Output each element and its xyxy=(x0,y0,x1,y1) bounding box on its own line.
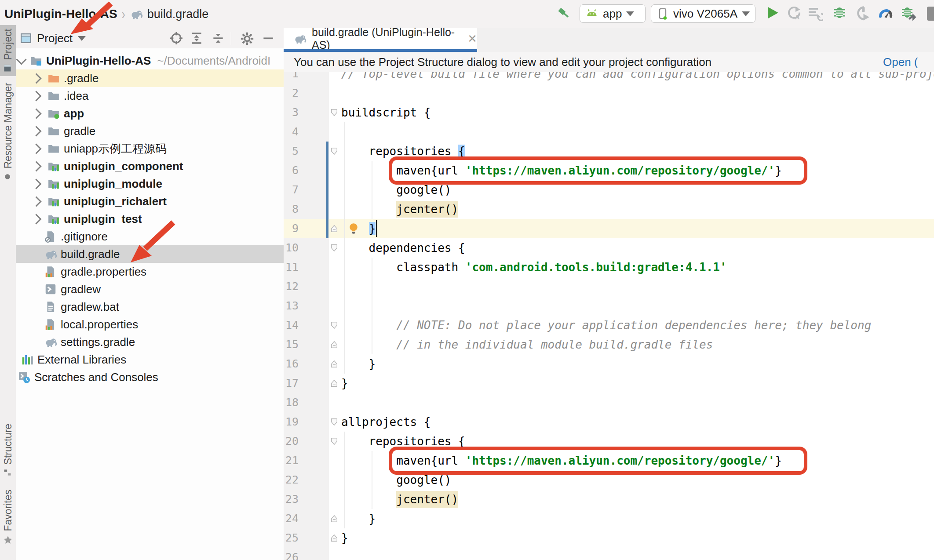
tree-row-app[interactable]: app xyxy=(16,105,284,122)
line-number[interactable]: 19 xyxy=(284,412,299,432)
fold-up-icon[interactable] xyxy=(329,374,339,393)
line-number[interactable]: 6 xyxy=(284,161,299,180)
tree-row-uniplugin_richalert[interactable]: uniplugin_richalert xyxy=(16,193,284,210)
line-number[interactable]: 16 xyxy=(284,354,299,374)
tree-row-.gradle[interactable]: .gradle xyxy=(16,69,284,87)
chevron-collapsed-icon[interactable] xyxy=(31,196,41,207)
chevron-collapsed-icon[interactable] xyxy=(31,126,41,136)
fold-up-icon[interactable] xyxy=(329,528,339,548)
apply-changes-icon[interactable]: A xyxy=(786,5,802,21)
line-number[interactable]: 20 xyxy=(284,432,299,451)
tree-row-uniapp_[interactable]: uniapp示例工程源码 xyxy=(16,140,284,157)
line-number[interactable]: 10 xyxy=(284,238,299,258)
settings-gear-icon[interactable] xyxy=(240,31,254,45)
tree-row-External_Libraries[interactable]: External Libraries xyxy=(16,351,284,368)
fold-down-icon[interactable] xyxy=(329,238,339,258)
line-number[interactable]: 14 xyxy=(284,316,299,335)
device-selector[interactable]: vivo V2065A xyxy=(651,4,755,23)
tree-row-build.gradle[interactable]: build.gradle xyxy=(16,245,284,263)
hide-panel-icon[interactable] xyxy=(261,31,275,45)
line-number[interactable]: 18 xyxy=(284,393,299,412)
fold-down-icon[interactable] xyxy=(329,316,339,335)
fold-down-icon[interactable] xyxy=(329,142,339,161)
tree-row-uniplugin_module[interactable]: uniplugin_module xyxy=(16,175,284,193)
line-number[interactable]: 5 xyxy=(284,142,299,161)
code-line-23: jcenter() xyxy=(341,490,458,509)
folder-icon xyxy=(47,142,60,155)
tree-row-uniplugin_test[interactable]: uniplugin_test xyxy=(16,210,284,228)
line-number[interactable]: 21 xyxy=(284,451,299,470)
stripe-item-favorites[interactable]: Favorites xyxy=(0,486,16,556)
fold-down-icon[interactable] xyxy=(329,432,339,451)
line-number[interactable]: 1 xyxy=(284,72,299,84)
tree-row-Scratches_and_Consoles[interactable]: Scratches and Consoles xyxy=(16,368,284,386)
attach-debugger-icon[interactable] xyxy=(855,5,871,21)
line-number[interactable]: 12 xyxy=(284,277,299,296)
profile-icon[interactable] xyxy=(878,5,894,21)
code-token: { xyxy=(458,145,465,158)
locate-icon[interactable] xyxy=(169,31,183,45)
chevron-collapsed-icon[interactable] xyxy=(31,73,41,84)
project-panel-selector[interactable]: Project xyxy=(20,28,86,48)
chevron-collapsed-icon[interactable] xyxy=(31,178,41,189)
fold-up-icon[interactable] xyxy=(329,354,339,374)
tree-row-gradlew[interactable]: gradlew xyxy=(16,280,284,298)
tab-build-gradle[interactable]: build.gradle (UniPlugin-Hello-AS) ✕ xyxy=(284,28,477,49)
line-number[interactable]: 15 xyxy=(284,335,299,354)
collapse-all-icon[interactable] xyxy=(211,31,225,45)
line-number[interactable]: 8 xyxy=(284,200,299,219)
line-number[interactable]: 25 xyxy=(284,528,299,548)
tree-row-settings.gradle[interactable]: settings.gradle xyxy=(16,333,284,351)
project-folder-icon xyxy=(29,54,43,67)
line-number[interactable]: 7 xyxy=(284,180,299,200)
tab-close-icon[interactable]: ✕ xyxy=(467,32,477,46)
stripe-item-resource-manager[interactable]: Resource Manager xyxy=(0,79,16,188)
line-number[interactable]: 22 xyxy=(284,470,299,490)
fold-up-icon[interactable] xyxy=(329,509,339,528)
fold-up-icon[interactable] xyxy=(329,335,339,354)
apply-code-changes-icon[interactable] xyxy=(807,5,823,21)
tree-row-local.properties[interactable]: local.properties xyxy=(16,316,284,333)
fold-down-icon[interactable] xyxy=(329,412,339,432)
fold-down-icon[interactable] xyxy=(329,103,339,122)
build-hammer-icon[interactable] xyxy=(556,5,572,21)
tree-row-gradle[interactable]: gradle xyxy=(16,122,284,140)
tree-row-uniplugin_component[interactable]: uniplugin_component xyxy=(16,157,284,175)
line-number[interactable]: 9 xyxy=(284,219,299,238)
line-number[interactable]: 23 xyxy=(284,490,299,509)
tree-row-gradle.properties[interactable]: gradle.properties xyxy=(16,263,284,280)
tree-row-root[interactable]: UniPlugin-Hello-AS~/Documents/AndroidI xyxy=(16,52,284,69)
line-number[interactable]: 11 xyxy=(284,258,299,277)
tree-row-.gitignore[interactable]: .gitignore xyxy=(16,228,284,245)
chevron-collapsed-icon[interactable] xyxy=(31,108,41,119)
debug-icon[interactable] xyxy=(832,5,847,20)
attach-debugger-to-process-icon[interactable] xyxy=(901,5,916,21)
line-number[interactable]: 26 xyxy=(284,548,299,560)
line-number[interactable]: 2 xyxy=(284,84,299,103)
breadcrumb-file[interactable]: build.gradle xyxy=(147,7,209,21)
breadcrumb-project[interactable]: UniPlugin-Hello-AS xyxy=(4,7,117,21)
line-number[interactable]: 3 xyxy=(284,103,299,122)
tree-row-gradlew.bat[interactable]: gradlew.bat xyxy=(16,298,284,316)
chevron-collapsed-icon[interactable] xyxy=(31,214,41,224)
expand-all-icon[interactable] xyxy=(190,31,204,45)
line-number[interactable]: 13 xyxy=(284,296,299,316)
line-number[interactable]: 24 xyxy=(284,509,299,528)
run-icon[interactable] xyxy=(765,5,780,20)
toolbar-partial-icon[interactable] xyxy=(927,7,934,21)
fold-up-icon[interactable] xyxy=(329,219,339,238)
chevron-collapsed-icon[interactable] xyxy=(31,91,41,101)
line-number[interactable]: 4 xyxy=(284,122,299,142)
stripe-item-project[interactable]: Project xyxy=(0,25,16,76)
run-config-selector[interactable]: app xyxy=(580,4,646,23)
tree-row-.idea[interactable]: .idea xyxy=(16,87,284,105)
code-editor[interactable]: 1// Top-level build file where you can a… xyxy=(284,72,934,560)
chevron-collapsed-icon[interactable] xyxy=(31,143,41,154)
code-line-24: } xyxy=(341,509,376,528)
line-number[interactable]: 17 xyxy=(284,374,299,393)
chevron-expanded-icon[interactable] xyxy=(16,54,26,65)
code-line-3: buildscript { xyxy=(341,103,431,122)
chevron-collapsed-icon[interactable] xyxy=(31,161,41,171)
notification-open-link[interactable]: Open ( xyxy=(883,52,918,72)
stripe-item-structure[interactable]: Structure xyxy=(0,420,16,484)
